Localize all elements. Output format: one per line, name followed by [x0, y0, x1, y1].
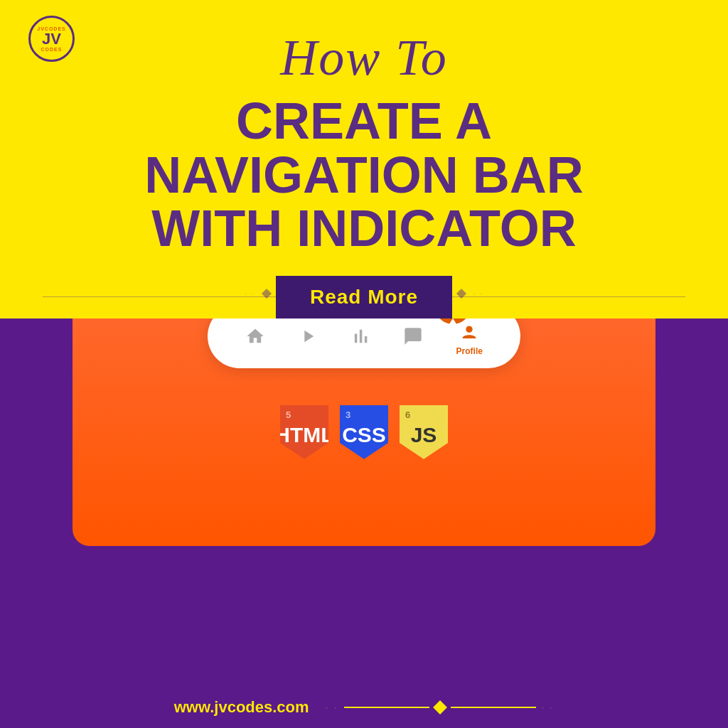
css-shield: 3 CSS — [340, 405, 388, 459]
url-line-right — [451, 707, 536, 708]
url-diamond — [433, 700, 447, 714]
right-divider: · · — [452, 296, 685, 297]
how-to-heading: How To — [280, 28, 447, 87]
profile-icon — [459, 323, 479, 343]
svg-point-1 — [466, 326, 473, 332]
logo-inner: JVCODES JV CODES — [37, 26, 65, 52]
js-letter: JS — [411, 423, 437, 447]
url-line-left — [344, 707, 429, 708]
title-line3: WITH INDICATOR — [144, 202, 583, 256]
logo[interactable]: JVCODES JV CODES — [28, 16, 75, 62]
title-line2: NAVIGATION BAR — [144, 149, 583, 203]
top-section: JVCODES JV CODES How To CREATE A NAVIGAT… — [0, 0, 728, 318]
website-url: www.jvcodes.com — [174, 698, 309, 717]
nav-item-chat[interactable] — [403, 326, 423, 346]
right-diamond — [456, 289, 466, 299]
home-icon — [245, 326, 265, 346]
nav-item-profile[interactable]: Profile — [456, 316, 483, 356]
stats-icon — [350, 326, 370, 346]
profile-label: Profile — [456, 346, 483, 356]
nav-item-stats[interactable] — [350, 326, 370, 346]
main-title: CREATE A NAVIGATION BAR WITH INDICATOR — [144, 95, 583, 256]
footer-url-row: www.jvcodes.com · · · · — [0, 698, 728, 717]
left-divider: · · — [43, 296, 276, 297]
chat-icon — [403, 326, 423, 346]
url-dots-left: · · — [326, 704, 338, 712]
url-dots-right: · · — [542, 704, 554, 712]
js-shield: 6 JS — [400, 405, 448, 459]
play-icon — [298, 326, 318, 346]
tech-icons-row: 5 HTML 3 CSS 6 JS — [279, 404, 449, 461]
read-more-button[interactable]: Read More — [276, 276, 452, 318]
logo-bottom-text: CODES — [41, 47, 63, 52]
html-shield: 5 HTML — [280, 405, 328, 459]
main-container: JVCODES JV CODES How To CREATE A NAVIGAT… — [0, 0, 728, 728]
title-line1: CREATE A — [144, 95, 583, 149]
html5-icon: 5 HTML — [279, 404, 330, 461]
logo-jv: JV — [42, 31, 61, 47]
js-icon: 6 JS — [398, 404, 449, 461]
html-letter: HTML — [274, 423, 333, 447]
html-number: 5 — [286, 410, 291, 420]
css-number: 3 — [346, 410, 350, 420]
left-diamond — [262, 289, 272, 299]
nav-item-play[interactable] — [298, 326, 318, 346]
nav-item-home[interactable] — [245, 326, 265, 346]
css-letter: CSS — [342, 423, 386, 447]
read-more-section: · · Read More · · — [0, 276, 728, 318]
js-number: 6 — [405, 410, 410, 420]
bottom-section: Profile 5 HTML 3 CSS — [0, 318, 728, 728]
css3-icon: 3 CSS — [338, 404, 390, 461]
